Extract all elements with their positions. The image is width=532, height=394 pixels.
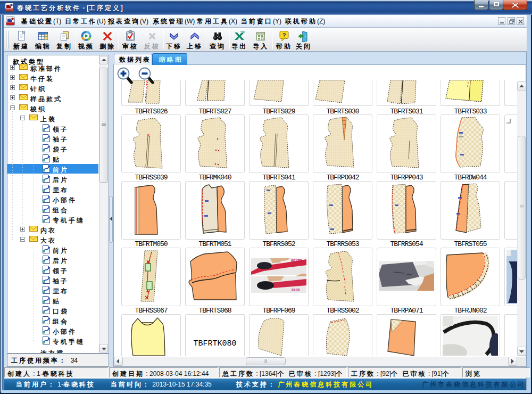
svg-text:8X08: 8X08: [292, 288, 300, 292]
svg-text:6015R: 6015R: [291, 259, 302, 262]
svg-text:TBFRTK080: TBFRTK080: [193, 339, 236, 348]
svg-text:?: ?: [282, 32, 286, 38]
